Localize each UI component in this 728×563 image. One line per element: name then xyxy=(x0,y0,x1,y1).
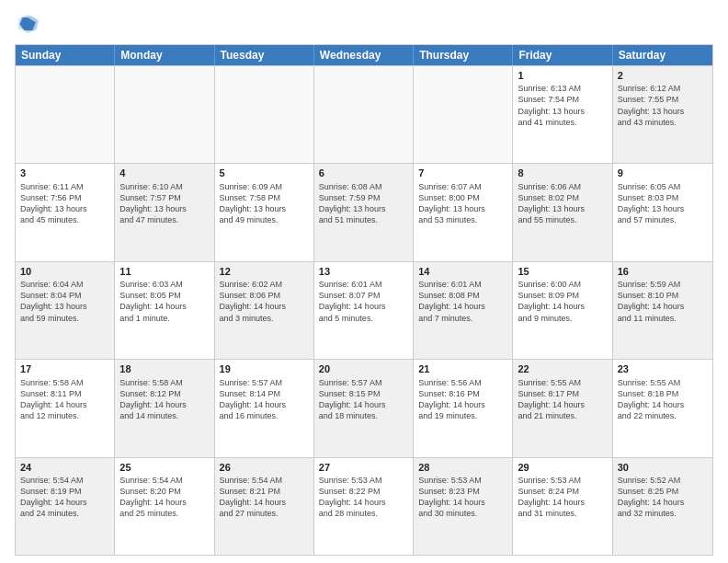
cal-cell-3-0: 17Sunrise: 5:58 AM Sunset: 8:11 PM Dayli… xyxy=(16,360,115,456)
day-number-5: 5 xyxy=(220,167,309,179)
cal-cell-1-0: 3Sunrise: 6:11 AM Sunset: 7:56 PM Daylig… xyxy=(16,164,115,260)
header-day-thursday: Thursday xyxy=(414,45,513,65)
day-number-30: 30 xyxy=(618,461,708,474)
day-number-6: 6 xyxy=(319,167,408,179)
cell-info-3-2: Sunrise: 5:57 AM Sunset: 8:14 PM Dayligh… xyxy=(220,377,309,422)
day-number-7: 7 xyxy=(418,167,507,179)
cell-info-2-3: Sunrise: 6:01 AM Sunset: 8:07 PM Dayligh… xyxy=(319,279,408,324)
day-number-3: 3 xyxy=(20,167,109,179)
day-number-26: 26 xyxy=(220,461,309,474)
cal-cell-4-5: 29Sunrise: 5:53 AM Sunset: 8:24 PM Dayli… xyxy=(513,458,612,555)
day-number-23: 23 xyxy=(618,362,708,375)
cell-info-3-3: Sunrise: 5:57 AM Sunset: 8:15 PM Dayligh… xyxy=(319,377,408,422)
calendar-row-2: 10Sunrise: 6:04 AM Sunset: 8:04 PM Dayli… xyxy=(16,261,712,359)
day-number-13: 13 xyxy=(319,265,408,278)
cell-info-2-5: Sunrise: 6:00 AM Sunset: 8:09 PM Dayligh… xyxy=(518,279,607,324)
day-number-1: 1 xyxy=(518,69,607,82)
cal-cell-4-2: 26Sunrise: 5:54 AM Sunset: 8:21 PM Dayli… xyxy=(215,458,314,555)
cell-info-1-5: Sunrise: 6:06 AM Sunset: 8:02 PM Dayligh… xyxy=(518,181,607,226)
day-number-14: 14 xyxy=(418,265,507,278)
day-number-20: 20 xyxy=(319,362,408,375)
day-number-29: 29 xyxy=(518,461,607,474)
cal-cell-2-0: 10Sunrise: 6:04 AM Sunset: 8:04 PM Dayli… xyxy=(16,262,115,359)
cell-info-3-4: Sunrise: 5:56 AM Sunset: 8:16 PM Dayligh… xyxy=(418,377,507,422)
cal-cell-0-0 xyxy=(16,66,115,163)
day-number-25: 25 xyxy=(119,461,209,474)
calendar-header: SundayMondayTuesdayWednesdayThursdayFrid… xyxy=(16,45,712,65)
day-number-24: 24 xyxy=(20,461,109,474)
header-day-saturday: Saturday xyxy=(613,45,712,65)
header-day-tuesday: Tuesday xyxy=(215,45,314,65)
cell-info-3-0: Sunrise: 5:58 AM Sunset: 8:11 PM Dayligh… xyxy=(20,377,109,422)
cell-info-4-5: Sunrise: 5:53 AM Sunset: 8:24 PM Dayligh… xyxy=(518,475,607,520)
cal-cell-2-3: 13Sunrise: 6:01 AM Sunset: 8:07 PM Dayli… xyxy=(314,262,414,359)
cell-info-2-4: Sunrise: 6:01 AM Sunset: 8:08 PM Dayligh… xyxy=(418,279,507,324)
day-number-2: 2 xyxy=(618,69,708,82)
day-number-22: 22 xyxy=(518,362,607,375)
cal-cell-0-4 xyxy=(414,66,513,163)
cell-info-2-1: Sunrise: 6:03 AM Sunset: 8:05 PM Dayligh… xyxy=(119,279,209,324)
cal-cell-2-4: 14Sunrise: 6:01 AM Sunset: 8:08 PM Dayli… xyxy=(414,262,513,359)
cal-cell-4-1: 25Sunrise: 5:54 AM Sunset: 8:20 PM Dayli… xyxy=(115,458,214,555)
cal-cell-3-5: 22Sunrise: 5:55 AM Sunset: 8:17 PM Dayli… xyxy=(513,360,612,456)
cell-info-3-1: Sunrise: 5:58 AM Sunset: 8:12 PM Dayligh… xyxy=(119,377,209,422)
cell-info-2-2: Sunrise: 6:02 AM Sunset: 8:06 PM Dayligh… xyxy=(220,279,309,324)
day-number-18: 18 xyxy=(119,362,209,375)
day-number-21: 21 xyxy=(418,362,507,375)
cell-info-2-6: Sunrise: 5:59 AM Sunset: 8:10 PM Dayligh… xyxy=(618,279,708,324)
cell-info-0-6: Sunrise: 6:12 AM Sunset: 7:55 PM Dayligh… xyxy=(618,83,708,128)
cal-cell-1-5: 8Sunrise: 6:06 AM Sunset: 8:02 PM Daylig… xyxy=(513,164,612,260)
cal-cell-2-6: 16Sunrise: 5:59 AM Sunset: 8:10 PM Dayli… xyxy=(613,262,712,359)
cal-cell-3-1: 18Sunrise: 5:58 AM Sunset: 8:12 PM Dayli… xyxy=(115,360,214,456)
header-day-sunday: Sunday xyxy=(16,45,115,65)
cal-cell-3-4: 21Sunrise: 5:56 AM Sunset: 8:16 PM Dayli… xyxy=(414,360,513,456)
cell-info-1-0: Sunrise: 6:11 AM Sunset: 7:56 PM Dayligh… xyxy=(20,181,109,226)
cal-cell-2-5: 15Sunrise: 6:00 AM Sunset: 8:09 PM Dayli… xyxy=(513,262,612,359)
cell-info-1-6: Sunrise: 6:05 AM Sunset: 8:03 PM Dayligh… xyxy=(618,181,708,226)
cal-cell-4-0: 24Sunrise: 5:54 AM Sunset: 8:19 PM Dayli… xyxy=(16,458,115,555)
cal-cell-4-3: 27Sunrise: 5:53 AM Sunset: 8:22 PM Dayli… xyxy=(314,458,414,555)
page: SundayMondayTuesdayWednesdayThursdayFrid… xyxy=(0,0,728,563)
header-day-monday: Monday xyxy=(115,45,214,65)
cell-info-1-4: Sunrise: 6:07 AM Sunset: 8:00 PM Dayligh… xyxy=(418,181,507,226)
day-number-19: 19 xyxy=(220,362,309,375)
cell-info-4-6: Sunrise: 5:52 AM Sunset: 8:25 PM Dayligh… xyxy=(618,475,708,520)
day-number-4: 4 xyxy=(119,167,209,179)
calendar-row-3: 17Sunrise: 5:58 AM Sunset: 8:11 PM Dayli… xyxy=(16,359,712,456)
cal-cell-1-4: 7Sunrise: 6:07 AM Sunset: 8:00 PM Daylig… xyxy=(414,164,513,260)
cell-info-4-0: Sunrise: 5:54 AM Sunset: 8:19 PM Dayligh… xyxy=(20,475,109,520)
cell-info-3-5: Sunrise: 5:55 AM Sunset: 8:17 PM Dayligh… xyxy=(518,377,607,422)
cal-cell-0-6: 2Sunrise: 6:12 AM Sunset: 7:55 PM Daylig… xyxy=(613,66,712,163)
day-number-16: 16 xyxy=(618,265,708,278)
cal-cell-4-6: 30Sunrise: 5:52 AM Sunset: 8:25 PM Dayli… xyxy=(613,458,712,555)
cell-info-4-1: Sunrise: 5:54 AM Sunset: 8:20 PM Dayligh… xyxy=(119,475,209,520)
cell-info-4-2: Sunrise: 5:54 AM Sunset: 8:21 PM Dayligh… xyxy=(220,475,309,520)
cal-cell-1-6: 9Sunrise: 6:05 AM Sunset: 8:03 PM Daylig… xyxy=(613,164,712,260)
calendar-body: 1Sunrise: 6:13 AM Sunset: 7:54 PM Daylig… xyxy=(16,65,712,555)
day-number-12: 12 xyxy=(220,265,309,278)
cal-cell-1-1: 4Sunrise: 6:10 AM Sunset: 7:57 PM Daylig… xyxy=(115,164,214,260)
day-number-10: 10 xyxy=(20,265,109,278)
calendar: SundayMondayTuesdayWednesdayThursdayFrid… xyxy=(15,44,713,556)
cal-cell-3-2: 19Sunrise: 5:57 AM Sunset: 8:14 PM Dayli… xyxy=(215,360,314,456)
cell-info-4-4: Sunrise: 5:53 AM Sunset: 8:23 PM Dayligh… xyxy=(418,475,507,520)
cell-info-1-3: Sunrise: 6:08 AM Sunset: 7:59 PM Dayligh… xyxy=(319,181,408,226)
cal-cell-4-4: 28Sunrise: 5:53 AM Sunset: 8:23 PM Dayli… xyxy=(414,458,513,555)
logo xyxy=(15,11,44,37)
cal-cell-1-3: 6Sunrise: 6:08 AM Sunset: 7:59 PM Daylig… xyxy=(314,164,414,260)
cell-info-1-2: Sunrise: 6:09 AM Sunset: 7:58 PM Dayligh… xyxy=(220,181,309,226)
cal-cell-2-2: 12Sunrise: 6:02 AM Sunset: 8:06 PM Dayli… xyxy=(215,262,314,359)
header-day-wednesday: Wednesday xyxy=(314,45,414,65)
cell-info-1-1: Sunrise: 6:10 AM Sunset: 7:57 PM Dayligh… xyxy=(119,181,209,226)
calendar-row-0: 1Sunrise: 6:13 AM Sunset: 7:54 PM Daylig… xyxy=(16,65,712,163)
cal-cell-0-1 xyxy=(115,66,214,163)
cal-cell-1-2: 5Sunrise: 6:09 AM Sunset: 7:58 PM Daylig… xyxy=(215,164,314,260)
cell-info-4-3: Sunrise: 5:53 AM Sunset: 8:22 PM Dayligh… xyxy=(319,475,408,520)
cal-cell-0-3 xyxy=(314,66,414,163)
cal-cell-3-6: 23Sunrise: 5:55 AM Sunset: 8:18 PM Dayli… xyxy=(613,360,712,456)
cell-info-2-0: Sunrise: 6:04 AM Sunset: 8:04 PM Dayligh… xyxy=(20,279,109,324)
day-number-28: 28 xyxy=(418,461,507,474)
calendar-row-1: 3Sunrise: 6:11 AM Sunset: 7:56 PM Daylig… xyxy=(16,163,712,260)
header xyxy=(15,11,713,37)
day-number-8: 8 xyxy=(518,167,607,179)
